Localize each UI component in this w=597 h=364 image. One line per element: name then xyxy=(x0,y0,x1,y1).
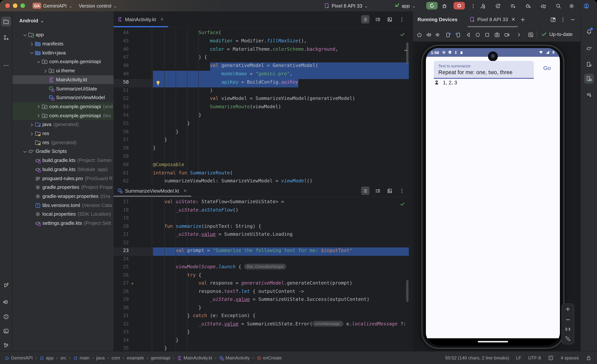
device-selector[interactable]: Pixel 8 API 33 ⌄ xyxy=(324,0,368,11)
device-tab[interactable]: Pixel 8 API 33 xyxy=(466,11,519,27)
zoom-fit-button[interactable] xyxy=(565,336,571,342)
tool-window-problems-button[interactable] xyxy=(1,312,11,322)
code-line-55[interactable]: 55 } xyxy=(114,120,409,129)
code-line-49[interactable]: 49 modelName = "gemini-pro", xyxy=(114,71,409,79)
indent-setting[interactable]: 4 spaces xyxy=(561,355,579,361)
code-area[interactable]: 17 val uiState: StateFlow<SummarizeUiSta… xyxy=(114,197,409,351)
tool-window-device-manager-button[interactable] xyxy=(584,59,594,69)
breadcrumb-item-oncreate[interactable]: monCreate xyxy=(257,355,282,361)
project-menu[interactable]: GeminiAPI ⌄ xyxy=(43,0,73,11)
breadcrumb-item-java[interactable]: java xyxy=(96,355,105,361)
code-line-62[interactable]: 62 summarizeViewModel: SummarizeViewMode… xyxy=(114,178,409,185)
editor-scrollbar[interactable] xyxy=(406,280,408,302)
build-button[interactable] xyxy=(480,3,486,9)
debug-button[interactable] xyxy=(441,3,448,9)
code-line-21[interactable]: 21 _uiState.value = SummarizeUiState.Loa… xyxy=(114,231,409,239)
tree-item-local-properties[interactable]: local.properties(SDK Location) xyxy=(13,210,114,218)
code-line-47[interactable]: 47 ) { xyxy=(114,54,409,63)
caret-position[interactable]: 50:52 (140 chars, 2 line breaks) xyxy=(445,355,509,361)
volume-up-button[interactable] xyxy=(426,31,432,38)
breadcrumb-item-example[interactable]: example xyxy=(127,355,144,361)
minimize-window-button[interactable] xyxy=(13,3,17,8)
code-line-17[interactable]: 17 val uiState: StateFlow<SummarizeUiSta… xyxy=(114,199,409,207)
volume-down-button[interactable] xyxy=(435,31,441,38)
run-options-button[interactable] xyxy=(470,3,476,9)
code-line-53[interactable]: 53 SummarizeRoute(viewModel) xyxy=(114,104,409,112)
tool-window-structure-button[interactable] xyxy=(1,32,11,42)
panel-layout-button[interactable] xyxy=(550,16,556,22)
vcs-menu[interactable]: Version control ⌄ xyxy=(79,0,117,11)
hide-panel-button[interactable] xyxy=(570,16,576,22)
code-line-50[interactable]: 50 apiKey = BuildConfig.apiKey xyxy=(114,79,409,87)
power-button[interactable] xyxy=(416,31,423,38)
tree-item-res[interactable]: res xyxy=(13,129,114,138)
more-arrow-button[interactable] xyxy=(516,31,522,38)
profile-button[interactable] xyxy=(583,3,589,9)
apply-changes-button[interactable]: A xyxy=(495,3,501,9)
chevron-right-icon[interactable] xyxy=(29,41,34,46)
panel-options-button[interactable] xyxy=(560,16,566,22)
zoom-in-button[interactable] xyxy=(565,306,571,312)
overview-button[interactable] xyxy=(484,31,490,38)
intention-bulb-icon[interactable] xyxy=(155,80,161,86)
close-icon[interactable] xyxy=(510,16,516,22)
code-line-27[interactable]: 27 val response = generativeModel.genera… xyxy=(114,280,409,288)
tree-item-manifests[interactable]: manifests xyxy=(13,39,114,48)
breadcrumb-item-main[interactable]: main xyxy=(73,355,90,361)
code-line-20[interactable]: 20 fun summarize(inputText: String) { xyxy=(114,223,409,231)
tree-item-summarizeviewmodel[interactable]: CKSummarizeViewModel xyxy=(13,93,114,102)
back-button[interactable] xyxy=(465,31,471,38)
project-view-selector[interactable]: Android ⌄ xyxy=(19,16,44,25)
rotate-left-button[interactable] xyxy=(445,31,451,38)
tree-item-kotlin-java[interactable]: kotlin+java xyxy=(13,48,114,57)
kebab-button[interactable] xyxy=(398,186,406,195)
chevron-down-icon[interactable] xyxy=(36,59,41,64)
chevron-down-icon[interactable] xyxy=(22,149,27,154)
screen-search-button[interactable] xyxy=(528,31,534,38)
tree-item-com-example-geminiapi[interactable]: com.example.geminiapi(tes xyxy=(13,111,114,120)
code-line-19[interactable]: 19 xyxy=(114,215,409,223)
breadcrumb-item-com[interactable]: com xyxy=(111,355,120,361)
code-line-35[interactable]: 35 } xyxy=(114,345,409,351)
code-line-46[interactable]: 46 color = MaterialTheme.colorScheme.bac… xyxy=(114,46,409,54)
code-line-26[interactable]: 26 try { xyxy=(114,272,409,280)
inspections-ok-icon[interactable] xyxy=(400,32,405,37)
tree-item-build-gradle-kts[interactable]: Kbuild.gradle.kts(Project: Gemin xyxy=(13,156,114,165)
tree-item-gradle-scripts[interactable]: Gradle Scripts xyxy=(13,147,114,156)
search-button[interactable] xyxy=(555,3,561,9)
code-line-58[interactable]: 58} xyxy=(114,145,409,153)
chevron-right-icon[interactable] xyxy=(42,68,48,73)
tool-window-terminal-button[interactable] xyxy=(1,326,11,336)
zoom-out-button[interactable] xyxy=(565,317,571,323)
stop-button[interactable] xyxy=(454,2,465,9)
gesture-pill[interactable] xyxy=(478,341,508,342)
tree-item-settings-gradle-kts[interactable]: Ksettings.gradle.kts(Project Sett xyxy=(13,218,114,227)
code-line-25[interactable]: 25 viewModelScope.launch { this: Corouti… xyxy=(114,264,409,272)
code-line-24[interactable]: 24 xyxy=(114,256,409,264)
code-line-33[interactable]: 33 } xyxy=(114,329,409,337)
breadcrumb-item-mainactivity[interactable]: CKMainActivity xyxy=(219,355,250,361)
tree-item-res[interactable]: res(generated) xyxy=(13,138,114,147)
tool-window-running-devices-button[interactable] xyxy=(584,74,594,84)
gradle-sync-button[interactable] xyxy=(540,3,546,9)
home-button[interactable] xyxy=(475,31,481,38)
breadcrumb-item-geminiapi[interactable]: geminiapi xyxy=(151,355,170,361)
summarize-text-field[interactable]: Text to summarize Repeat for me: one, tw… xyxy=(434,61,534,79)
add-device-button[interactable] xyxy=(520,16,526,22)
screen-record-button[interactable] xyxy=(504,31,510,38)
tree-item-com-example-geminiapi[interactable]: com.example.geminiapi(and xyxy=(13,102,114,111)
tree-item-mainactivity-kt[interactable]: MainActivity.kt xyxy=(13,75,114,84)
screenshot-button[interactable] xyxy=(494,31,500,38)
code-line-31[interactable]: 31 } catch (e: Exception) { xyxy=(114,313,409,321)
preview-button[interactable] xyxy=(385,186,394,195)
split-view-button[interactable] xyxy=(373,15,382,23)
maximize-window-button[interactable] xyxy=(20,3,25,8)
code-line-23[interactable]: 23 val prompt = "Summarize the following… xyxy=(114,248,409,256)
inspection-warning-icon[interactable] xyxy=(548,355,554,361)
close-icon[interactable] xyxy=(183,188,187,193)
code-line-59[interactable]: 59 xyxy=(114,153,409,162)
tool-window-version-control-button[interactable] xyxy=(1,341,11,350)
phone-screen[interactable]: 1:56 Text to summarize Repeat for me: on… xyxy=(426,48,560,345)
rotate-right-button[interactable] xyxy=(455,31,461,38)
list-view-button[interactable] xyxy=(361,15,369,23)
